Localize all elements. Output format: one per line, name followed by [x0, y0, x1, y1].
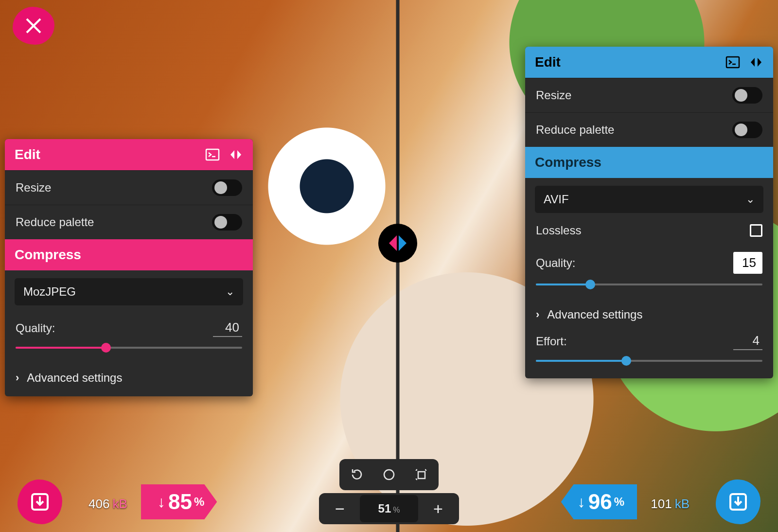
left-reduce-palette-row: Reduce palette — [5, 205, 253, 239]
left-reduction-badge: ↓85% — [141, 484, 217, 519]
right-encoder-value: AVIF — [544, 193, 569, 206]
right-lossless-label: Lossless — [536, 224, 581, 237]
transform-icon — [414, 467, 428, 482]
left-file-size: 406kB — [88, 497, 127, 512]
left-quality-value[interactable]: 40 — [213, 319, 242, 337]
right-options-panel: Edit Resize Reduce palette Compress AVIF… — [525, 47, 773, 378]
right-quality-slider[interactable] — [536, 279, 762, 290]
svg-rect-9 — [418, 472, 425, 479]
left-encoder-value: MozJPEG — [23, 285, 76, 299]
rotate-button[interactable] — [341, 461, 372, 488]
collapse-panel-icon[interactable] — [229, 147, 243, 162]
circle-outline-icon — [382, 467, 396, 482]
left-reduce-palette-toggle[interactable] — [212, 214, 242, 231]
left-reduce-palette-label: Reduce palette — [16, 215, 94, 229]
right-quality-row: Quality: 15 — [525, 246, 773, 276]
comparison-divider-handle[interactable] — [378, 224, 417, 263]
left-edit-title: Edit — [15, 147, 40, 162]
left-compress-title: Compress — [15, 247, 81, 263]
zoom-value-field[interactable]: 51% — [360, 495, 418, 522]
right-quality-label: Quality: — [536, 256, 575, 270]
center-tool-strip — [339, 459, 439, 490]
left-download-button[interactable] — [18, 479, 62, 524]
right-download-button[interactable] — [716, 479, 760, 524]
right-compress-header: Compress — [525, 147, 773, 178]
left-quality-row: Quality: 40 — [5, 313, 253, 339]
right-resize-row: Resize — [525, 78, 773, 112]
left-resize-row: Resize — [5, 170, 253, 205]
right-reduce-palette-row: Reduce palette — [525, 112, 773, 147]
cli-icon[interactable] — [205, 147, 220, 162]
right-quality-slider-thumb[interactable] — [585, 280, 595, 289]
right-effort-slider-thumb[interactable] — [621, 356, 631, 366]
close-button[interactable] — [13, 7, 54, 45]
down-arrow-icon: ↓ — [158, 493, 165, 511]
right-edit-header: Edit — [525, 47, 773, 78]
right-effort-slider[interactable] — [536, 355, 762, 367]
left-quality-label: Quality: — [16, 321, 55, 335]
right-resize-toggle[interactable] — [732, 87, 762, 104]
left-quality-slider[interactable] — [16, 342, 242, 354]
split-arrows-icon — [385, 231, 410, 256]
right-effort-row: Effort: 4 — [525, 326, 773, 352]
right-lossless-row: Lossless — [525, 221, 773, 246]
right-reduce-palette-label: Reduce palette — [536, 123, 614, 137]
background-toggle-button[interactable] — [373, 461, 405, 488]
left-compress-header: Compress — [5, 239, 253, 270]
zoom-bar: − 51% + — [319, 493, 459, 524]
left-encoder-select[interactable]: MozJPEG ⌄ — [15, 278, 243, 305]
right-edit-title: Edit — [535, 54, 561, 70]
left-advanced-label: Advanced settings — [27, 371, 122, 385]
close-icon — [24, 16, 43, 35]
collapse-panel-icon[interactable] — [749, 55, 763, 70]
right-effort-label: Effort: — [536, 335, 567, 348]
right-resize-label: Resize — [536, 89, 571, 102]
right-reduce-palette-toggle[interactable] — [732, 122, 762, 138]
cli-icon[interactable] — [725, 55, 740, 70]
rotate-icon — [350, 467, 364, 482]
right-advanced-label: Advanced settings — [547, 308, 642, 321]
right-reduction-badge: ↓96% — [561, 484, 637, 519]
right-file-size: 101kB — [651, 497, 690, 512]
svg-rect-2 — [206, 149, 219, 160]
right-encoder-select[interactable]: AVIF ⌄ — [535, 186, 763, 213]
left-advanced-toggle[interactable]: › Advanced settings — [5, 362, 253, 396]
left-edit-header: Edit — [5, 139, 253, 170]
zoom-in-button[interactable]: + — [419, 495, 457, 522]
right-compress-title: Compress — [535, 155, 601, 170]
chevron-down-icon: ⌄ — [746, 193, 755, 206]
left-resize-label: Resize — [16, 181, 51, 195]
transform-button[interactable] — [406, 461, 437, 488]
download-icon — [29, 491, 51, 513]
chevron-right-icon: › — [536, 308, 539, 321]
chevron-right-icon: › — [16, 372, 19, 384]
left-quality-slider-thumb[interactable] — [101, 343, 111, 353]
down-arrow-icon: ↓ — [578, 493, 585, 511]
svg-rect-4 — [726, 57, 739, 68]
svg-point-8 — [384, 470, 394, 479]
right-lossless-checkbox[interactable] — [750, 224, 762, 237]
right-effort-value[interactable]: 4 — [733, 332, 762, 350]
left-resize-toggle[interactable] — [212, 179, 242, 196]
left-options-panel: Edit Resize Reduce palette Compress MozJ… — [5, 139, 253, 396]
comparison-divider[interactable] — [396, 0, 399, 532]
right-quality-value[interactable]: 15 — [733, 252, 762, 274]
download-icon — [727, 491, 749, 513]
right-advanced-toggle[interactable]: › Advanced settings — [525, 299, 773, 326]
chevron-down-icon: ⌄ — [226, 285, 234, 298]
zoom-out-button[interactable]: − — [321, 495, 359, 522]
